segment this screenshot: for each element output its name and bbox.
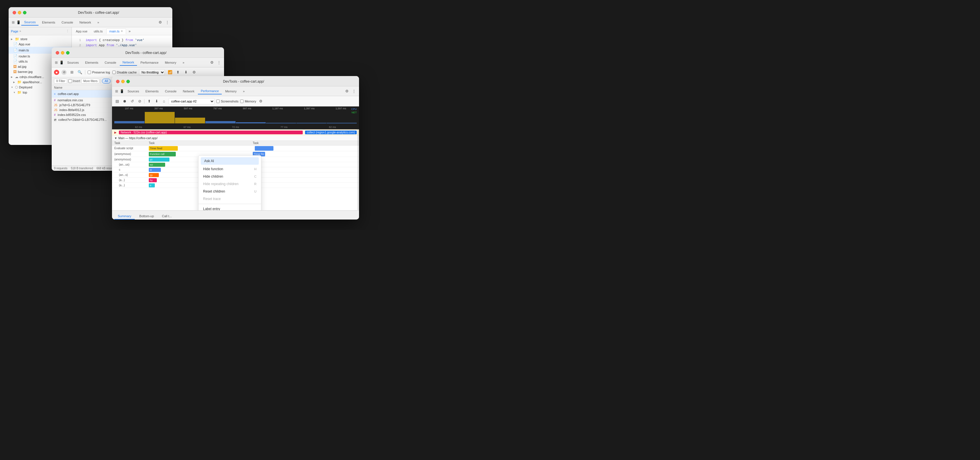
- invert-checkbox[interactable]: Invert: [68, 79, 80, 83]
- page-tab[interactable]: Page: [11, 30, 18, 33]
- record-icon[interactable]: ⏺: [122, 98, 127, 104]
- mobile-icon[interactable]: 📱: [16, 20, 21, 25]
- inspector-icon-2[interactable]: ⊞: [54, 60, 59, 65]
- mobile-icon-2[interactable]: 📱: [59, 60, 64, 65]
- code-tab-main[interactable]: main.ts ✕: [106, 29, 126, 34]
- search-icon[interactable]: 🔍: [77, 70, 83, 75]
- more-icon[interactable]: ⋮: [164, 19, 170, 25]
- sidebar-menu-icon[interactable]: ⋮: [66, 29, 69, 33]
- close-button[interactable]: [13, 11, 16, 14]
- tab-more-3[interactable]: »: [240, 88, 248, 94]
- code-tab-appvue[interactable]: App.vue: [73, 29, 90, 34]
- disable-cache-input[interactable]: [112, 71, 116, 74]
- profile-select[interactable]: coffee-cart.app #2: [169, 98, 215, 105]
- capture-settings-icon[interactable]: ⚙: [258, 98, 264, 104]
- home-icon[interactable]: ⌂: [161, 98, 167, 104]
- tab-performance-3[interactable]: Performance: [198, 88, 222, 94]
- reload-record-icon[interactable]: ↺: [129, 98, 135, 104]
- tab-network[interactable]: Network: [77, 19, 94, 25]
- ask-ai-item[interactable]: Ask AI: [201, 157, 259, 165]
- flame-row[interactable]: Evaluate script Timer fired: [112, 146, 359, 151]
- hide-children-item[interactable]: Hide children C: [199, 173, 261, 180]
- wifi-icon[interactable]: 📶: [167, 70, 173, 75]
- import-icon[interactable]: ⚙: [191, 70, 197, 75]
- code-tab-utils[interactable]: utils.ts: [91, 29, 105, 34]
- record-stop-icon[interactable]: ■: [54, 70, 59, 75]
- page-tab-more[interactable]: »: [19, 30, 21, 33]
- list-item[interactable]: 📄 App.vue: [9, 41, 72, 47]
- function-call-bar[interactable]: Function call: [149, 152, 176, 156]
- wz-bar[interactable]: wz: [149, 163, 165, 167]
- download-icon[interactable]: ⬇: [183, 70, 189, 75]
- tab-summary[interactable]: Summary: [114, 213, 135, 219]
- screenshots-input[interactable]: [216, 100, 220, 103]
- list-item[interactable]: ▶ 📁 store: [9, 36, 72, 41]
- clear-icon[interactable]: ⊘: [62, 70, 67, 75]
- preserve-log-input[interactable]: [88, 71, 91, 74]
- tab-elements-2[interactable]: Elements: [82, 60, 101, 65]
- filter-button[interactable]: ⊽ Filter: [54, 79, 67, 84]
- e-bar[interactable]: e: [149, 183, 155, 187]
- perf-timeline[interactable]: 197 ms 397 ms 597 ms 797 ms 997 ms 1,197…: [112, 106, 359, 129]
- inspector-icon[interactable]: ⊞: [11, 20, 16, 25]
- tab-more-2[interactable]: »: [180, 60, 187, 65]
- filter-toggle-icon[interactable]: ⊞: [69, 70, 75, 75]
- tab-call-tree[interactable]: Call t...: [159, 213, 175, 219]
- scrollbar[interactable]: [357, 129, 359, 210]
- more-icon-2[interactable]: ⋮: [216, 60, 222, 65]
- throttle-select[interactable]: No throttling: [139, 69, 165, 76]
- settings-icon[interactable]: ⚙: [158, 19, 163, 25]
- mobile-icon-3[interactable]: 📱: [119, 89, 124, 94]
- tab-network-3[interactable]: Network: [180, 88, 197, 94]
- yz-bar[interactable]: yz: [149, 157, 169, 162]
- label-entry-item[interactable]: Label entry: [199, 205, 261, 210]
- more-icon-3[interactable]: ⋮: [351, 88, 357, 94]
- hide-function-item[interactable]: Hide function H: [199, 165, 261, 173]
- maximize-button-3[interactable]: [126, 80, 130, 83]
- tab-elements-3[interactable]: Elements: [142, 88, 161, 94]
- timer-fired-bar[interactable]: Timer fired: [149, 146, 178, 151]
- tab-network-2[interactable]: Network: [120, 59, 137, 66]
- filter-pill-all[interactable]: All: [102, 79, 110, 84]
- tab-console-3[interactable]: Console: [162, 88, 179, 94]
- tab-console[interactable]: Console: [59, 19, 76, 25]
- tab-close-icon[interactable]: ✕: [121, 30, 123, 33]
- upload-icon[interactable]: ⬆: [175, 70, 181, 75]
- network-bar[interactable]: Network · 522e.css (coffee-cart.app): [119, 130, 303, 134]
- upload-perf-icon[interactable]: ⬆: [146, 98, 152, 104]
- collect-bar[interactable]: collect (region1.google-analytics.com): [305, 130, 357, 134]
- tab-memory-2[interactable]: Memory: [162, 60, 179, 65]
- tab-sources-2[interactable]: Sources: [64, 60, 81, 65]
- maximize-button-2[interactable]: [66, 51, 70, 54]
- preserve-log-checkbox[interactable]: Preserve log: [88, 71, 110, 74]
- tab-performance-2[interactable]: Performance: [138, 60, 161, 65]
- memory-input[interactable]: [240, 100, 243, 103]
- invert-input[interactable]: [68, 79, 72, 83]
- disable-cache-checkbox[interactable]: Disable cache: [112, 71, 137, 74]
- close-button-2[interactable]: [56, 51, 59, 54]
- gy-bar[interactable]: gy: [149, 173, 159, 177]
- tab-more[interactable]: »: [94, 19, 102, 25]
- clear-perf-icon[interactable]: ⊘: [137, 98, 142, 104]
- close-button-3[interactable]: [116, 80, 119, 83]
- task-bar[interactable]: [255, 146, 274, 151]
- maximize-button[interactable]: [23, 11, 26, 14]
- tab-elements[interactable]: Elements: [39, 19, 58, 25]
- memory-checkbox[interactable]: Memory: [240, 100, 256, 103]
- screenshots-checkbox[interactable]: Screenshots: [216, 100, 239, 103]
- tab-sources[interactable]: Sources: [21, 19, 38, 25]
- tab-sources-3[interactable]: Sources: [125, 88, 142, 94]
- flame-icon[interactable]: ▤: [114, 98, 120, 104]
- minimize-button-3[interactable]: [121, 80, 125, 83]
- settings-icon-3[interactable]: ⚙: [344, 88, 350, 94]
- minimize-button[interactable]: [18, 11, 21, 14]
- settings-icon-2[interactable]: ⚙: [209, 60, 215, 65]
- tab-bottom-up[interactable]: Bottom-up: [136, 213, 158, 219]
- tab-memory-3[interactable]: Memory: [222, 88, 240, 94]
- tz-bar[interactable]: tz: [149, 168, 161, 172]
- more-filters-button[interactable]: More filters: [81, 79, 99, 84]
- minimize-button-2[interactable]: [61, 51, 64, 54]
- reset-children-item[interactable]: Reset children U: [199, 188, 261, 195]
- download-perf-icon[interactable]: ⬇: [154, 98, 159, 104]
- inspector-icon-3[interactable]: ⊞: [114, 89, 119, 94]
